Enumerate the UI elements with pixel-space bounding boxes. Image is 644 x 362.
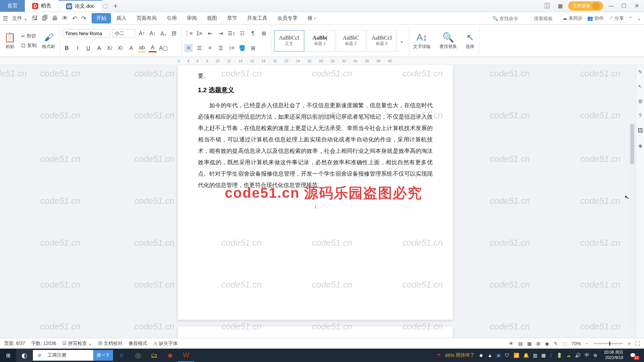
italic-icon[interactable]: I: [73, 44, 82, 52]
print-icon[interactable]: 🖶: [52, 15, 58, 22]
scroll-thumb[interactable]: [630, 124, 634, 164]
tray-icon[interactable]: ▣: [496, 353, 501, 358]
paste-button[interactable]: 📋粘贴: [3, 31, 17, 50]
app-icon[interactable]: ☻: [162, 349, 178, 362]
missing-font[interactable]: ⚠ 缺失字体: [153, 341, 178, 347]
menu-devtools[interactable]: 开发工具: [243, 13, 272, 23]
action-center-icon[interactable]: 💬12: [630, 353, 641, 358]
tray-icon[interactable]: ▲: [488, 353, 492, 358]
save-icon[interactable]: 🖫: [32, 15, 38, 22]
fit-icon[interactable]: ⬚: [562, 341, 567, 346]
tray-icon[interactable]: 🛡: [505, 353, 509, 358]
align-left-icon[interactable]: ≡: [184, 44, 193, 52]
sliders-icon[interactable]: ⚙: [637, 98, 644, 105]
weather-widget[interactable]: 86%雨快停了: [445, 352, 475, 358]
inc-indent-icon[interactable]: ⇥: [217, 29, 225, 38]
page-1[interactable]: 要。 1.2 选题意义 如今的年代，已经是步入信息社会了，不仅信息更新速度频繁，…: [178, 65, 453, 320]
font-color-icon[interactable]: A: [149, 44, 157, 52]
tab-docer[interactable]: D稻壳: [25, 0, 59, 12]
taskbar-clock[interactable]: 20:08 周日 2022/9/18: [601, 350, 626, 360]
phonetic-icon[interactable]: 拼: [170, 29, 178, 38]
explorer-icon[interactable]: 🗂: [146, 349, 162, 362]
menu-insert[interactable]: 插入: [112, 13, 131, 23]
compat-mode[interactable]: 兼容模式: [128, 341, 147, 347]
eye-icon[interactable]: 👁: [509, 341, 514, 346]
image-icon[interactable]: 🖼: [637, 127, 644, 134]
cortana-icon[interactable]: ◐: [16, 349, 32, 362]
ime-indicator[interactable]: 中: [585, 352, 589, 358]
shrink-font-icon[interactable]: A↓: [149, 29, 157, 38]
search-command[interactable]: 🔍: [492, 16, 526, 21]
tab-window-icon[interactable]: ▢: [102, 0, 109, 12]
menu-view[interactable]: 视图: [202, 13, 222, 23]
umbrella-icon[interactable]: ☂: [437, 353, 441, 358]
font-size-select[interactable]: [112, 29, 135, 38]
volume-icon[interactable]: 🔊: [575, 353, 581, 358]
select-button[interactable]: ↖选择: [464, 31, 476, 50]
tab-document[interactable]: W论文.doc: [59, 0, 102, 12]
show-marks-icon[interactable]: ¶: [249, 29, 257, 38]
align-justify-icon[interactable]: ☰: [217, 44, 225, 52]
search-template-input[interactable]: [531, 16, 558, 21]
text-direction-button[interactable]: A↕文字排版: [412, 32, 432, 50]
zoom-in-icon[interactable]: +: [628, 341, 631, 346]
edit-mode-icon[interactable]: ✎: [554, 341, 558, 346]
zoom-out-icon[interactable]: −: [586, 341, 588, 346]
tray-icon[interactable]: ▥: [533, 353, 537, 358]
view-page-icon[interactable]: ▤: [518, 341, 523, 346]
save-as-icon[interactable]: 🗐: [42, 15, 48, 22]
bullets-icon[interactable]: ⋮≡: [184, 29, 193, 38]
unsync-button[interactable]: ☁ 未同步: [562, 15, 583, 21]
spellcheck-button[interactable]: ☑ 拼写检查 ⌄: [62, 341, 92, 347]
tabs-icon[interactable]: ⊞: [260, 29, 268, 38]
style-heading3[interactable]: AaBbCcI标题 3: [367, 30, 397, 52]
tray-icon[interactable]: ☁: [566, 353, 571, 358]
align-right-icon[interactable]: ≡: [206, 44, 214, 52]
ie-taskbar-icon[interactable]: e: [114, 349, 130, 362]
wifi-icon[interactable]: 📶: [514, 353, 519, 358]
tray-icon[interactable]: ▦: [541, 353, 546, 358]
style-heading2[interactable]: AaBbC标题 2: [336, 30, 366, 52]
format-painter-button[interactable]: 🖌格式刷: [41, 31, 56, 50]
word-count[interactable]: 字数: 12036: [31, 341, 56, 347]
hamburger-icon[interactable]: ☰: [3, 15, 8, 22]
align-dist-icon[interactable]: ☷: [238, 29, 246, 38]
copy-button[interactable]: ⿻ 复制: [20, 42, 38, 49]
proofread-button[interactable]: ☒ 文档校对: [98, 341, 123, 347]
menu-chapter[interactable]: 章节: [222, 13, 242, 23]
numbering-icon[interactable]: 1≡: [195, 29, 203, 38]
read-mode-icon[interactable]: ◉: [545, 341, 549, 346]
menu-vip[interactable]: 会员专享: [273, 13, 302, 23]
style-normal[interactable]: AaBbCcI正文: [274, 30, 304, 52]
style-more-icon[interactable]: ⌄: [397, 37, 406, 45]
style-heading1[interactable]: AaBb(标题 1: [305, 30, 335, 52]
tab-add[interactable]: +: [109, 0, 122, 12]
tray-icon[interactable]: ☻: [479, 353, 484, 358]
browser-icon[interactable]: ◎: [130, 349, 146, 362]
minimize-icon[interactable]: —: [606, 1, 616, 11]
print-preview-icon[interactable]: 👁: [62, 15, 68, 22]
start-button[interactable]: ⊞: [0, 349, 16, 362]
diamond-icon[interactable]: ◈: [637, 142, 644, 149]
tray-icon[interactable]: ⊚: [593, 353, 597, 358]
scrollbar[interactable]: [629, 122, 635, 328]
font-name-select[interactable]: [63, 29, 110, 38]
taskbar-search-input[interactable]: [46, 353, 93, 358]
subscript-icon[interactable]: X2: [116, 44, 124, 52]
coop-button[interactable]: 👥 协作: [587, 15, 604, 21]
maximize-icon[interactable]: ☐: [619, 1, 629, 11]
underline-icon[interactable]: U: [84, 44, 92, 52]
taskbar-search[interactable]: e 搜一下: [33, 350, 113, 361]
fullscreen-icon[interactable]: ⛶: [635, 341, 640, 346]
file-menu[interactable]: 文件 ⌄: [12, 15, 28, 21]
chevron-up-icon[interactable]: ⌃: [629, 16, 633, 21]
align-center-icon[interactable]: ☰: [195, 44, 203, 52]
cut-button[interactable]: ✂ 剪切: [20, 33, 38, 40]
share-button[interactable]: ↗ 分享: [608, 15, 624, 21]
menu-references[interactable]: 引用: [162, 13, 181, 23]
page-indicator[interactable]: 页面: 6/37: [4, 341, 25, 347]
undo-icon[interactable]: ↶: [72, 15, 77, 22]
bell-icon[interactable]: 🔔: [523, 353, 529, 358]
menu-review[interactable]: 审阅: [182, 13, 202, 23]
find-replace-button[interactable]: 🔍查找替换: [438, 31, 458, 50]
